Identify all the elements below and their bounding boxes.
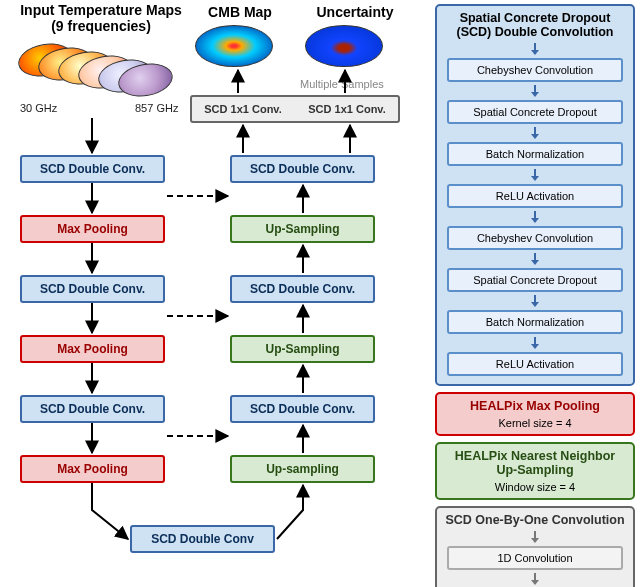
scd-1x1-right: SCD 1x1 Conv. xyxy=(308,103,385,115)
enc-pool-2: Max Pooling xyxy=(20,335,165,363)
legend-pool-title: HEALPix Max Pooling xyxy=(443,399,627,413)
dec-scd-3: SCD Double Conv. xyxy=(230,395,375,423)
legend-scd-item-0: Chebyshev Convolution xyxy=(447,58,623,82)
input-maps-sketch xyxy=(18,38,193,103)
uncertainty-header: Uncertainty xyxy=(300,4,410,20)
legend-scd-item-5: Spatial Concrete Dropout xyxy=(447,268,623,292)
bottleneck-scd: SCD Double Conv xyxy=(130,525,275,553)
legend-scd-item-1: Spatial Concrete Dropout xyxy=(447,100,623,124)
dec-up-1: Up-Sampling xyxy=(230,215,375,243)
freq-low-label: 30 GHz xyxy=(20,102,57,114)
dec-up-2: Up-Sampling xyxy=(230,335,375,363)
legend-pool-sub: Kernel size = 4 xyxy=(443,417,627,429)
dec-scd-2: SCD Double Conv. xyxy=(230,275,375,303)
legend-up-box: HEALPix Nearest Neighbor Up-Sampling Win… xyxy=(435,442,635,500)
dec-scd-1: SCD Double Conv. xyxy=(230,155,375,183)
legend-up-sub: Window size = 4 xyxy=(443,481,627,493)
enc-pool-1: Max Pooling xyxy=(20,215,165,243)
enc-scd-3: SCD Double Conv. xyxy=(20,395,165,423)
scd-1x1-left: SCD 1x1 Conv. xyxy=(204,103,281,115)
dec-up-3: Up-sampling xyxy=(230,455,375,483)
cmb-map-ellipse xyxy=(195,25,273,67)
scd-1x1-container: SCD 1x1 Conv. SCD 1x1 Conv. xyxy=(190,95,400,123)
multiple-samples-label: Multiple Samples xyxy=(300,78,384,90)
enc-scd-1: SCD Double Conv. xyxy=(20,155,165,183)
legend-scd-box: Spatial Concrete Dropout (SCD) Double Co… xyxy=(435,4,635,386)
legend-scd-title: Spatial Concrete Dropout (SCD) Double Co… xyxy=(443,11,627,39)
legend-1x1-title: SCD One-By-One Convolution xyxy=(443,513,627,527)
legend-scd-item-6: Batch Normalization xyxy=(447,310,623,334)
legend-scd-item-7: ReLU Activation xyxy=(447,352,623,376)
legend-scd-item-4: Chebyshev Convolution xyxy=(447,226,623,250)
input-header: Input Temperature Maps (9 frequencies) xyxy=(16,2,186,34)
legend-1x1-box: SCD One-By-One Convolution 1D Convolutio… xyxy=(435,506,635,587)
architecture-diagram: Input Temperature Maps (9 frequencies) C… xyxy=(0,0,430,587)
cmb-header: CMB Map xyxy=(200,4,280,20)
legend-1x1-item-0: 1D Convolution xyxy=(447,546,623,570)
legend-scd-item-3: ReLU Activation xyxy=(447,184,623,208)
enc-scd-2: SCD Double Conv. xyxy=(20,275,165,303)
legend-up-title: HEALPix Nearest Neighbor Up-Sampling xyxy=(443,449,627,477)
legend-panel: Spatial Concrete Dropout (SCD) Double Co… xyxy=(435,4,635,587)
uncertainty-map-ellipse xyxy=(305,25,383,67)
legend-pool-box: HEALPix Max Pooling Kernel size = 4 xyxy=(435,392,635,436)
freq-high-label: 857 GHz xyxy=(135,102,178,114)
enc-pool-3: Max Pooling xyxy=(20,455,165,483)
legend-scd-item-2: Batch Normalization xyxy=(447,142,623,166)
